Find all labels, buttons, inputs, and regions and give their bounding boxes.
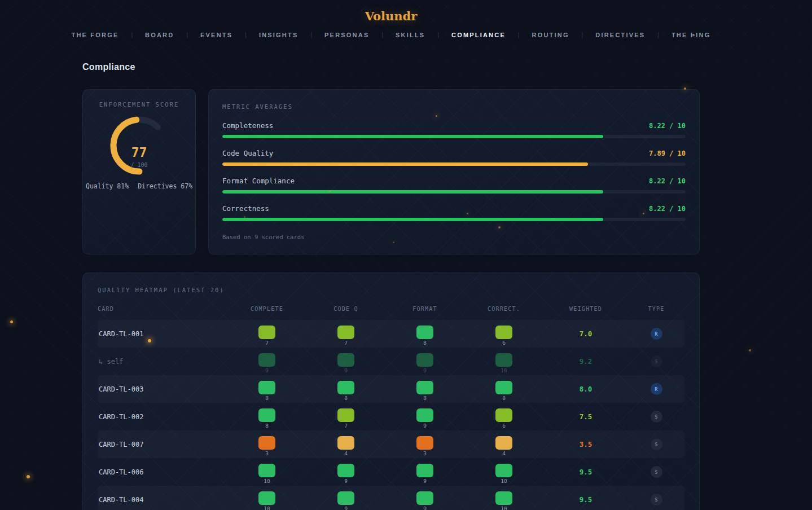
score-square xyxy=(495,381,512,394)
score-cell: 9 xyxy=(306,491,385,510)
type-badge-s: S xyxy=(651,355,662,367)
score-square xyxy=(337,408,354,422)
score-cell: 10 xyxy=(464,353,543,373)
nav-divider: | xyxy=(185,31,189,38)
heatmap-column-header: FORMAT xyxy=(385,306,464,312)
score-cell: 7 xyxy=(306,408,385,429)
score-square xyxy=(258,353,275,367)
score-square xyxy=(337,491,354,505)
ember-particle xyxy=(749,349,751,351)
nav-item-board[interactable]: BOARD xyxy=(145,32,174,38)
metric-rows: Completeness8.22 / 10Code Quality7.89 / … xyxy=(222,121,686,221)
score-number: 9 xyxy=(344,478,348,484)
metric-averages-card: METRIC AVERAGES Completeness8.22 / 10Cod… xyxy=(208,89,700,254)
nav-item-events[interactable]: EVENTS xyxy=(200,32,232,38)
metric-bar-fill xyxy=(222,218,603,221)
score-number: 3 xyxy=(265,451,269,456)
metric-value: 8.22 / 10 xyxy=(649,205,686,213)
metric-bar-track xyxy=(222,162,686,166)
score-cell: 10 xyxy=(464,491,543,510)
score-square xyxy=(416,408,433,422)
nav-item-compliance[interactable]: COMPLIANCE xyxy=(451,32,506,38)
score-square xyxy=(337,326,354,339)
nav-item-the-þing[interactable]: THE ÞING xyxy=(671,32,711,38)
app-header: Volundr THE FORGE|BOARD|EVENTS|INSIGHTS|… xyxy=(82,0,700,38)
type-cell: R xyxy=(628,383,684,395)
nav-item-the-forge[interactable]: THE FORGE xyxy=(71,32,118,38)
score-square xyxy=(337,353,354,367)
score-number: 3 xyxy=(423,451,427,456)
score-cell: 8 xyxy=(464,381,543,401)
heatmap-row: CARD-TL-00177867.0R xyxy=(98,320,684,348)
score-number: 9 xyxy=(423,423,427,429)
type-cell: S xyxy=(628,438,684,450)
score-cell: 10 xyxy=(227,491,306,510)
app-title: Volundr xyxy=(365,9,418,23)
card-id: CARD-TL-003 xyxy=(98,385,227,393)
score-number: 7 xyxy=(265,340,269,346)
nav-divider: | xyxy=(517,31,521,38)
score-square xyxy=(258,436,275,450)
score-square xyxy=(416,353,433,367)
score-square xyxy=(495,464,512,477)
metric-bar-fill xyxy=(222,190,603,194)
card-id: CARD-TL-006 xyxy=(98,468,227,476)
type-badge-r: R xyxy=(651,328,662,340)
score-number: 9 xyxy=(423,368,427,373)
page-title: Compliance xyxy=(82,62,700,72)
nav-item-skills[interactable]: SKILLS xyxy=(396,32,425,38)
card-id: CARD-TL-004 xyxy=(98,496,227,504)
weighted-score: 9.5 xyxy=(543,495,628,504)
metric-row: Code Quality7.89 / 10 xyxy=(222,149,686,166)
nav-item-directives[interactable]: DIRECTIVES xyxy=(595,32,645,38)
score-number: 6 xyxy=(502,340,506,346)
enforcement-gauge: 77 / 100 xyxy=(104,113,174,177)
score-number: 7 xyxy=(344,340,348,346)
type-cell: S xyxy=(628,411,684,423)
heatmap-column-header: CARD xyxy=(98,306,227,312)
type-badge-s: S xyxy=(651,466,662,478)
card-id: CARD-TL-002 xyxy=(98,413,227,421)
score-cell: 3 xyxy=(227,436,306,456)
gauge-score: 77 xyxy=(104,146,174,159)
type-badge-s: S xyxy=(651,438,662,450)
type-cell: R xyxy=(628,328,684,340)
nav-item-routing[interactable]: ROUTING xyxy=(532,32,569,38)
nav-item-insights[interactable]: INSIGHTS xyxy=(259,32,299,38)
score-cell: 9 xyxy=(385,408,464,429)
score-cell: 4 xyxy=(306,436,385,456)
quality-heatmap-card: QUALITY HEATMAP (LATEST 20) CARDCOMPLETE… xyxy=(82,272,700,510)
score-square xyxy=(416,381,433,394)
metric-bar-track xyxy=(222,190,686,194)
score-cell: 10 xyxy=(227,464,306,484)
score-square xyxy=(495,408,512,422)
score-square xyxy=(258,464,275,477)
type-badge-r: R xyxy=(651,383,662,395)
heatmap-row: CARD-TL-0041099109.5S xyxy=(98,486,684,510)
type-cell: S xyxy=(628,355,684,367)
metric-label: Code Quality xyxy=(222,149,273,157)
nav-divider: | xyxy=(244,31,248,38)
score-square xyxy=(495,326,512,339)
heatmap-column-header: CORRECT. xyxy=(464,306,543,312)
score-cell: 8 xyxy=(385,381,464,401)
quality-stat: Quality 81% xyxy=(86,182,129,190)
nav-divider: | xyxy=(380,31,384,38)
score-square xyxy=(495,353,512,367)
nav-divider: | xyxy=(436,31,440,38)
score-cell: 9 xyxy=(227,353,306,373)
metric-row: Completeness8.22 / 10 xyxy=(222,121,686,138)
nav-item-personas[interactable]: PERSONAS xyxy=(324,32,369,38)
score-number: 10 xyxy=(501,506,507,510)
score-cell: 6 xyxy=(464,408,543,429)
metric-bar-fill xyxy=(222,162,588,166)
score-square xyxy=(416,326,433,339)
heatmap-row: CARD-TL-00388888.0R xyxy=(98,375,684,403)
main-nav: THE FORGE|BOARD|EVENTS|INSIGHTS|PERSONAS… xyxy=(82,31,700,38)
score-cell: 10 xyxy=(464,464,543,484)
score-cell: 9 xyxy=(306,464,385,484)
score-number: 8 xyxy=(265,423,269,429)
score-number: 9 xyxy=(344,368,348,373)
score-cell: 3 xyxy=(385,436,464,456)
score-cell: 8 xyxy=(227,381,306,401)
